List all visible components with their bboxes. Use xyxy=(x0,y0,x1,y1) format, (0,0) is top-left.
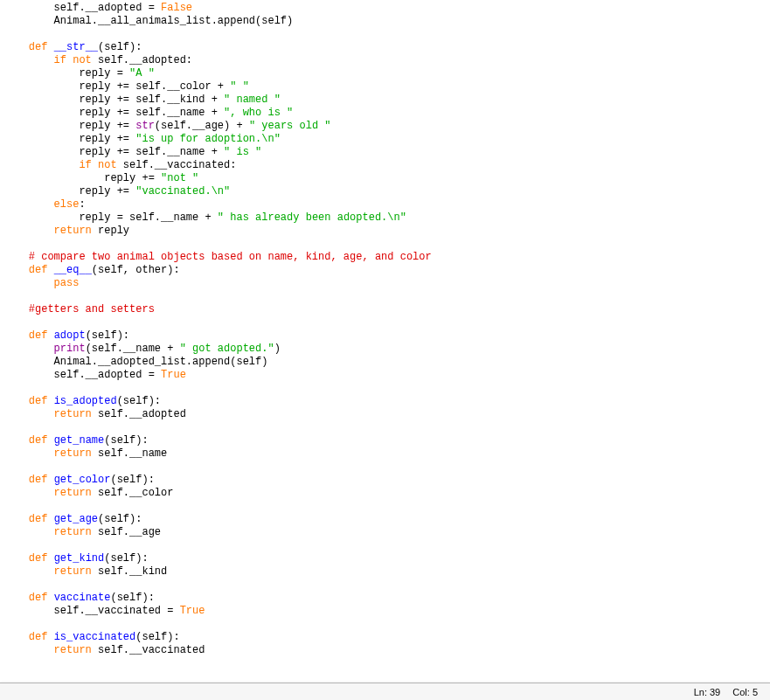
code-line[interactable]: reply += str(self.__age) + " years old " xyxy=(3,120,767,133)
code-line[interactable] xyxy=(3,618,767,631)
code-line[interactable]: if not self.__vaccinated: xyxy=(3,159,767,172)
code-token: "not " xyxy=(161,172,198,184)
code-line[interactable] xyxy=(3,500,767,513)
code-line[interactable]: def get_name(self): xyxy=(3,434,767,447)
code-token: False xyxy=(161,2,192,14)
code-line[interactable]: Animal.__adopted_list.append(self) xyxy=(3,356,767,369)
code-token: if not xyxy=(79,159,116,171)
code-token: : xyxy=(79,198,85,211)
code-line[interactable]: reply += self.__name + ", who is " xyxy=(3,107,767,120)
code-token: self.__name xyxy=(92,447,167,460)
code-line[interactable]: def __str__(self): xyxy=(3,41,767,54)
code-line[interactable]: reply = self.__name + " has already been… xyxy=(3,211,767,225)
code-line[interactable]: reply = "A " xyxy=(3,67,767,80)
code-token: (self): xyxy=(117,395,161,407)
code-token: reply xyxy=(92,225,129,237)
code-line[interactable]: return self.__kind xyxy=(3,565,767,579)
code-line[interactable]: return self.__adopted xyxy=(3,408,767,421)
code-line[interactable]: return self.__vaccinated xyxy=(3,644,767,657)
col-label: Col: xyxy=(732,687,750,697)
code-token xyxy=(47,513,53,525)
code-token: reply += self.__kind + xyxy=(79,94,224,106)
code-token: def xyxy=(29,434,48,447)
code-token: " is " xyxy=(224,146,261,158)
code-token xyxy=(47,474,53,486)
code-token xyxy=(47,329,53,342)
code-token: (self.__age) + xyxy=(155,120,249,132)
code-line[interactable]: return self.__age xyxy=(3,526,767,539)
code-token: get_kind xyxy=(54,552,105,565)
code-token: reply += self.__name + xyxy=(79,107,224,119)
status-bar: Ln: 39 Col: 5 xyxy=(0,683,770,700)
code-line[interactable]: def is_vaccinated(self): xyxy=(3,631,767,644)
code-token: reply += xyxy=(104,172,161,184)
code-token: True xyxy=(180,605,205,617)
code-token: __eq__ xyxy=(54,264,92,276)
col-value: 5 xyxy=(753,687,758,697)
code-line[interactable]: reply += self.__name + " is " xyxy=(3,146,767,159)
code-line[interactable]: Animal.__all_animals_list.append(self) xyxy=(3,15,767,28)
code-line[interactable]: self.__vaccinated = True xyxy=(3,605,767,618)
code-line[interactable]: reply += self.__kind + " named " xyxy=(3,94,767,107)
code-token: self.__color xyxy=(92,487,174,499)
code-line[interactable] xyxy=(3,539,767,552)
code-line[interactable]: reply += "not " xyxy=(3,172,767,185)
code-line[interactable]: return self.__color xyxy=(3,487,767,500)
code-token: reply = self.__name + xyxy=(79,211,217,224)
code-line[interactable]: # compare two animal objects based on na… xyxy=(3,251,767,264)
code-line[interactable] xyxy=(3,382,767,395)
code-token: def xyxy=(29,513,48,525)
code-token: (self): xyxy=(110,592,154,604)
code-token: Animal.__all_animals_list.append(self) xyxy=(54,15,294,27)
code-token: def xyxy=(29,631,48,643)
code-token: self.__age xyxy=(92,526,161,538)
code-token: get_color xyxy=(54,474,111,486)
code-line[interactable]: print(self.__name + " got adopted.") xyxy=(3,343,767,356)
code-token: # compare two animal objects based on na… xyxy=(29,251,432,263)
code-token xyxy=(47,264,53,276)
code-line[interactable] xyxy=(3,238,767,251)
code-line[interactable]: return reply xyxy=(3,225,767,238)
code-line[interactable]: def adopt(self): xyxy=(3,329,767,343)
code-token xyxy=(47,434,53,447)
code-token: (self): xyxy=(98,513,142,525)
status-col: Col: 5 xyxy=(732,687,758,697)
code-token: self.__adopted = xyxy=(54,2,161,14)
code-line[interactable] xyxy=(3,28,767,41)
code-line[interactable]: def vaccinate(self): xyxy=(3,592,767,605)
code-line[interactable] xyxy=(3,421,767,434)
code-line[interactable]: reply += self.__color + " " xyxy=(3,80,767,94)
code-line[interactable]: reply += "vaccinated.\n" xyxy=(3,185,767,198)
code-line[interactable]: def get_age(self): xyxy=(3,513,767,526)
code-token: ", who is " xyxy=(224,107,293,119)
code-token: return xyxy=(54,644,92,656)
code-line[interactable]: self.__adopted = False xyxy=(3,2,767,15)
code-token: (self): xyxy=(135,631,179,643)
code-line[interactable]: return self.__name xyxy=(3,447,767,461)
code-token: self.__vaccinated: xyxy=(117,159,237,171)
code-token: "vaccinated.\n" xyxy=(135,185,230,198)
code-line[interactable]: def get_color(self): xyxy=(3,474,767,487)
code-token: str xyxy=(135,120,155,132)
code-line[interactable]: self.__adopted = True xyxy=(3,369,767,382)
code-token: self.__adopted: xyxy=(92,54,192,66)
code-token: (self): xyxy=(104,434,148,447)
code-line[interactable] xyxy=(3,461,767,474)
code-line[interactable]: #getters and setters xyxy=(3,303,767,316)
code-line[interactable] xyxy=(3,316,767,329)
code-line[interactable]: def get_kind(self): xyxy=(3,552,767,565)
code-line[interactable] xyxy=(3,579,767,592)
code-line[interactable]: reply += "is up for adoption.\n" xyxy=(3,133,767,146)
code-token: is_adopted xyxy=(54,395,117,407)
code-line[interactable]: pass xyxy=(3,277,767,290)
code-line[interactable]: def is_adopted(self): xyxy=(3,395,767,408)
code-line[interactable]: else: xyxy=(3,198,767,211)
code-token: return xyxy=(54,487,92,499)
code-editor[interactable]: self.__adopted = False Animal.__all_anim… xyxy=(0,0,770,683)
code-token: self.__adopted = xyxy=(54,369,161,381)
code-token: self.__adopted xyxy=(92,408,186,420)
code-line[interactable] xyxy=(3,290,767,303)
code-line[interactable]: if not self.__adopted: xyxy=(3,54,767,67)
code-line[interactable]: def __eq__(self, other): xyxy=(3,264,767,277)
code-token: return xyxy=(54,526,92,538)
